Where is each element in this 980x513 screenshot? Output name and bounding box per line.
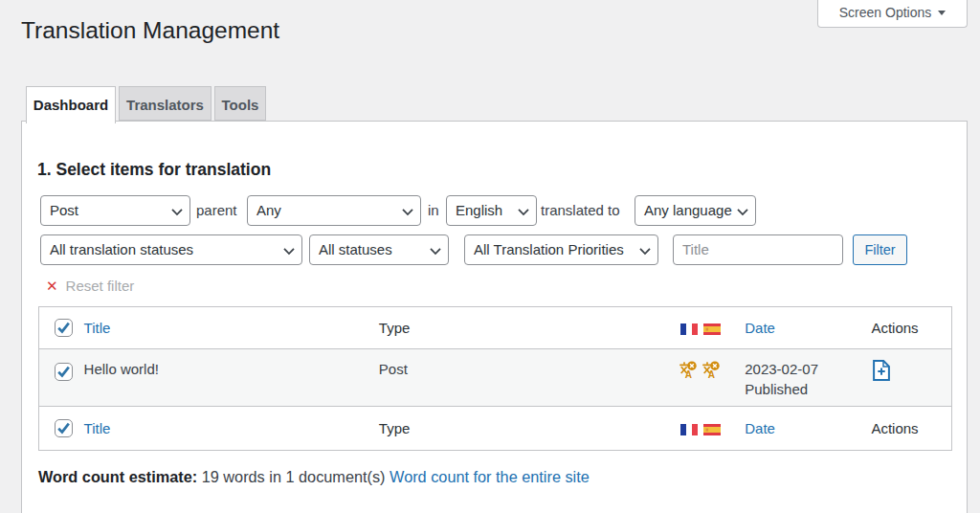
- svg-text:A: A: [685, 369, 692, 380]
- svg-text:A: A: [708, 369, 715, 380]
